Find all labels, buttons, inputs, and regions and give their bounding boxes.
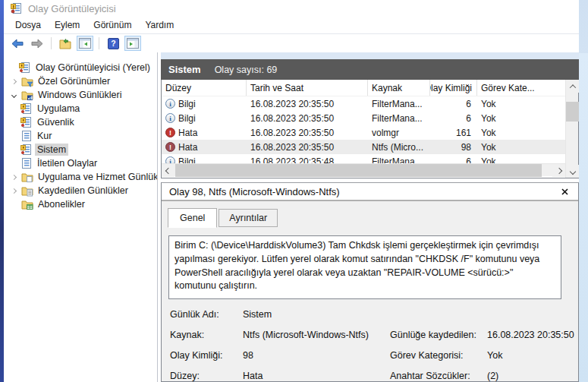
tree-item-uygulama[interactable]: Uygulama	[4, 102, 157, 115]
svg-text:?: ?	[111, 39, 115, 48]
field-label: Günlüğe kaydedilen:	[390, 330, 487, 340]
row-event-id: 98	[430, 142, 477, 153]
hscroll-thumb[interactable]	[175, 164, 542, 177]
scroll-down-icon[interactable]	[566, 165, 579, 178]
subscriptions-folder-icon	[21, 198, 33, 210]
tree-item-ozel-gorunumler[interactable]: Özel Görünümler	[4, 74, 157, 88]
column-header-tarih[interactable]: Tarih ve Saat	[247, 80, 368, 96]
menu-dosya[interactable]: Dosya	[8, 17, 48, 33]
row-date: 16.08.2023 20:35:48	[247, 156, 368, 164]
event-viewer-icon	[11, 2, 23, 14]
chevron-down-icon[interactable]	[8, 90, 19, 100]
row-level: Bilgi	[178, 156, 196, 164]
info-icon: i	[165, 99, 175, 109]
scroll-right-icon[interactable]	[552, 164, 565, 177]
tab-ayrintilar[interactable]: Ayrıntılar	[219, 209, 278, 227]
row-task: Yok	[477, 156, 565, 164]
error-icon: !	[165, 142, 175, 152]
event-row[interactable]: iBilgi 16.08.2023 20:35:50 FilterMana...…	[162, 96, 565, 111]
scroll-left-icon[interactable]	[162, 164, 175, 177]
tree-item-guvenlik[interactable]: Güvenlik	[4, 115, 157, 129]
event-row[interactable]: iBilgi 16.08.2023 20:35:48 FilterMana...…	[162, 154, 565, 163]
event-fields: Günlük Adı: Sistem Kaynak: Ntfs (Microso…	[168, 309, 561, 381]
tree-item-sistem[interactable]: Sistem	[4, 143, 157, 156]
field-label: Görev Kategorisi:	[390, 350, 487, 361]
tree-item-label: Kaydedilen Günlükler	[36, 185, 130, 197]
chevron-right-icon[interactable]	[8, 185, 19, 196]
menu-eylem[interactable]: Eylem	[48, 17, 86, 33]
horizontal-scrollbar[interactable]	[162, 163, 565, 176]
row-source: FilterMana...	[368, 99, 430, 109]
console-tree-toggle-icon[interactable]	[77, 36, 93, 51]
tree-item-label: Abonelikler	[36, 198, 87, 210]
tree-item-label: Uygulama	[35, 103, 82, 115]
close-icon[interactable]	[558, 185, 571, 197]
tab-genel[interactable]: Genel	[168, 208, 217, 228]
detail-tabs: Genel Ayrıntılar	[162, 201, 578, 227]
event-row[interactable]: iBilgi 16.08.2023 20:35:50 FilterMana...…	[162, 111, 565, 125]
row-task: Yok	[477, 128, 565, 138]
menu-gorunum[interactable]: Görünüm	[86, 17, 138, 33]
row-task: Yok	[477, 99, 565, 109]
row-source: FilterMana...	[368, 156, 430, 164]
tree-item-label: Özel Görünümler	[36, 75, 112, 87]
panel-top-strip	[161, 52, 579, 59]
tree-item-root[interactable]: Olay Görüntüleyicisi (Yerel)	[4, 61, 157, 74]
vertical-scrollbar[interactable]	[565, 80, 578, 178]
event-row[interactable]: !Hata 16.08.2023 20:35:50 volmgr 161 Yok	[162, 125, 565, 140]
open-saved-log-icon[interactable]	[57, 36, 74, 51]
tree-item-kur[interactable]: Kur	[4, 129, 157, 143]
field-value-logged: 16.08.2023 20:35:50	[487, 330, 574, 340]
event-detail-pane: Olay 98, Ntfs (Microsoft-Windows-Ntfs) G…	[161, 182, 579, 382]
row-date: 16.08.2023 20:35:50	[247, 113, 368, 124]
tree-item-abonelikler[interactable]: Abonelikler	[4, 197, 157, 211]
scroll-up-icon[interactable]	[566, 80, 579, 93]
event-row-selected[interactable]: !Hata 16.08.2023 20:35:50 Ntfs (Micro...…	[162, 140, 565, 154]
row-date: 16.08.2023 20:35:50	[247, 142, 368, 153]
event-rows: iBilgi 16.08.2023 20:35:50 FilterMana...…	[162, 96, 565, 163]
row-level: Hata	[178, 128, 197, 138]
field-label: Kaynak:	[170, 330, 243, 340]
event-list: Düzey Tarih ve Saat Kaynak Olay Kimliği …	[161, 80, 579, 178]
forward-icon[interactable]	[29, 36, 46, 51]
event-message[interactable]: Birim C: (\Device\HarddiskVolume3) Tam C…	[168, 235, 561, 299]
help-icon[interactable]: ?	[105, 36, 121, 51]
tree-item-uygulama-hizmet[interactable]: Uygulama ve Hizmet Günlük	[4, 170, 157, 184]
chevron-right-icon[interactable]	[8, 172, 19, 182]
tree-item-kaydedilen-gunlukler[interactable]: Kaydedilen Günlükler	[4, 184, 157, 197]
field-label: Olay Kimliği:	[170, 350, 243, 361]
column-header-kaynak[interactable]: Kaynak	[368, 80, 430, 96]
tab-page-genel: Birim C: (\Device\HarddiskVolume3) Tam C…	[162, 227, 578, 381]
column-header-gorev[interactable]: Görev Kate...	[477, 80, 565, 96]
menu-bar: Dosya Eylem Görünüm Yardım	[4, 17, 579, 34]
toolbar: ?	[4, 34, 579, 52]
list-column-headers: Düzey Tarih ve Saat Kaynak Olay Kimliği …	[162, 80, 565, 96]
toolbar-separator	[99, 37, 99, 49]
menu-yardim[interactable]: Yardım	[138, 17, 181, 33]
tree-item-label: Olay Görüntüleyicisi (Yerel)	[33, 62, 153, 74]
chevron-right-icon[interactable]	[8, 76, 19, 87]
tree-item-label: Güvenlik	[35, 116, 77, 128]
tree-item-iletilen-olaylar[interactable]: İletilen Olaylar	[4, 156, 157, 170]
windows-logs-folder-icon	[21, 89, 33, 101]
log-header-bar: Sistem Olay sayısı: 69	[161, 59, 579, 80]
row-event-id: 6	[430, 99, 477, 109]
tree-item-label: Kur	[35, 130, 54, 142]
plain-log-icon	[20, 157, 33, 169]
error-icon: !	[165, 128, 175, 137]
log-name: Sistem	[168, 64, 201, 75]
row-date: 16.08.2023 20:35:50	[247, 99, 368, 109]
field-label: Günlük Adı:	[170, 309, 243, 320]
expander-placeholder	[8, 199, 19, 210]
column-header-olay-kimligi[interactable]: Olay Kimliği	[430, 80, 477, 96]
column-header-duzey[interactable]: Düzey	[162, 80, 247, 96]
title-bar[interactable]: Olay Görüntüleyicisi	[4, 0, 579, 17]
window-title: Olay Görüntüleyicisi	[28, 3, 116, 14]
back-icon[interactable]	[9, 36, 26, 51]
action-pane-toggle-icon[interactable]	[124, 36, 141, 51]
custom-views-folder-icon	[21, 75, 33, 87]
tree-item-windows-gunlukleri[interactable]: Windows Günlükleri	[4, 88, 157, 102]
vscroll-thumb[interactable]	[566, 102, 579, 122]
detail-title: Olay 98, Ntfs (Microsoft-Windows-Ntfs)	[169, 186, 558, 197]
row-event-id: 6	[430, 113, 477, 124]
